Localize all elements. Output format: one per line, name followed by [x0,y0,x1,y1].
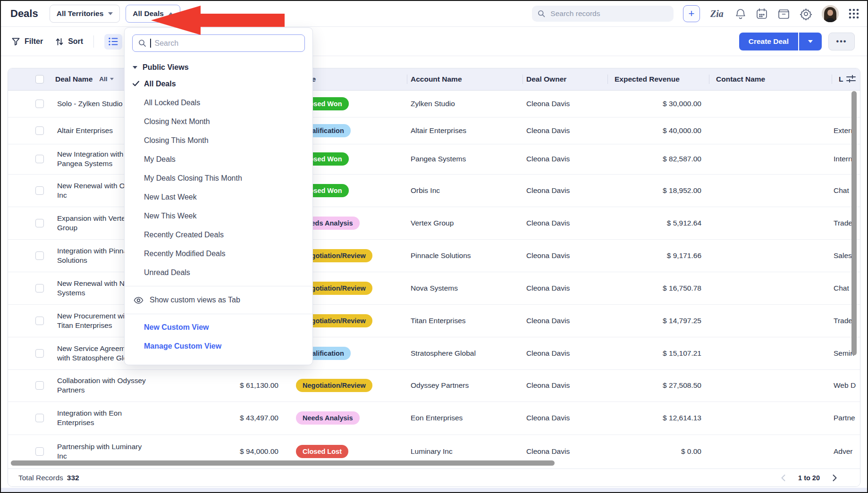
view-option-label: Recently Modified Deals [144,250,226,258]
more-options-button[interactable]: ••• [828,33,855,50]
view-option-label: Unread Deals [144,268,190,277]
row-checkbox[interactable] [35,155,44,163]
sort-button[interactable]: Sort [55,37,83,46]
table-row[interactable]: Integration with Eon Enterprises$ 43,497… [8,401,860,435]
view-option[interactable]: Recently Created Deals [125,226,312,244]
text-cursor [150,39,151,48]
contact-name-cell [709,304,832,337]
row-checkbox[interactable] [35,251,44,260]
create-deal-button[interactable]: Create Deal [739,33,798,50]
row-checkbox[interactable] [35,414,44,422]
search-icon [538,9,545,18]
select-all-checkbox[interactable] [35,75,44,84]
list-view-icon [108,36,119,47]
row-checkbox[interactable] [35,349,44,358]
view-option-label: New Last Week [144,193,197,201]
view-option[interactable]: Closing Next Month [125,112,312,131]
view-option[interactable]: All Locked Deals [125,93,312,112]
row-checkbox[interactable] [35,126,44,135]
deal-name-cell[interactable]: Collaboration with Odyssey Partners [55,369,164,401]
deal-owner-cell: Cleona Davis [522,239,607,272]
view-option[interactable]: My Deals [125,150,312,169]
row-checkbox[interactable] [35,219,44,227]
account-name-cell: Zylken Studio [407,90,522,117]
table-row[interactable]: Partnership with Luminary Inc$ 94,000.00… [8,435,860,462]
view-option[interactable]: New This Week [125,207,312,226]
show-custom-views-toggle[interactable]: Show custom views as Tab [125,290,312,310]
account-name-cell: Vertex Group [407,207,522,239]
contact-name-header: Contact Name [709,68,832,90]
row-checkbox[interactable] [35,186,44,195]
account-name-cell: Pinnacle Solutions [407,239,522,272]
zia-icon[interactable]: Zia [709,8,725,20]
deal-owner-cell: Cleona Davis [522,435,607,462]
manage-custom-view-link[interactable]: Manage Custom View [125,337,312,356]
stage-badge: Needs Analysis [296,411,360,425]
amount-cell: $ 61,130.00 [164,369,283,401]
public-views-section-header[interactable]: Public Views [125,52,312,75]
account-name-cell: Altair Enterprises [407,117,522,144]
deal-owner-cell: Cleona Davis [522,272,607,304]
new-custom-view-link[interactable]: New Custom View [125,318,312,337]
row-checkbox[interactable] [35,381,44,390]
expected-revenue-header: Expected Revenue [607,68,709,90]
apps-grid-icon[interactable] [848,8,860,19]
row-checkbox[interactable] [35,317,44,325]
account-name-cell: Pangea Systems [407,144,522,174]
table-row[interactable]: Collaboration with Odyssey Partners$ 61,… [8,369,860,401]
row-checkbox[interactable] [35,284,44,292]
horizontal-scrollbar-thumb[interactable] [11,460,555,466]
vertical-scrollbar-thumb[interactable] [851,91,857,355]
topbar-actions: + Zia [532,5,860,22]
notifications-bell-icon[interactable] [735,8,746,20]
account-name-cell: Stratosphere Global [407,337,522,369]
search-input[interactable] [549,9,668,18]
view-option[interactable]: Unread Deals [125,263,312,282]
stage-badge: Negotiation/Review [296,379,372,392]
list-view-toggle[interactable] [104,34,122,50]
create-deal-dropdown-button[interactable] [799,33,822,50]
view-search-input[interactable]: Search [132,34,305,52]
view-option-label: New This Week [144,212,196,220]
filter-button[interactable]: Filter [11,37,43,46]
view-option[interactable]: Closing This Month [125,131,312,150]
account-name-cell: Nova Systems [407,272,522,304]
view-option-label: All Deals [144,80,176,88]
deal-name-filter[interactable]: All [99,75,113,83]
row-checkbox[interactable] [35,447,44,456]
view-option-label: All Locked Deals [144,99,200,107]
marketplace-icon[interactable] [777,8,790,20]
row-checkbox[interactable] [35,100,44,108]
next-page-icon[interactable] [832,474,837,482]
user-avatar[interactable] [822,5,839,22]
view-option[interactable]: All Deals [125,75,312,93]
total-records-value: 332 [67,474,79,482]
previous-page-icon[interactable] [781,474,786,482]
pagination: 1 to 20 [781,474,837,482]
app-window: Deals All Territories All Deals + Zia [0,0,868,493]
chevron-down-icon [110,78,114,80]
expected-revenue-cell: $ 30,000.00 [607,90,709,117]
amount-cell: $ 43,497.00 [164,401,283,435]
lead-source-cell: Adver [832,435,860,462]
chevron-down-icon [108,12,113,15]
expected-revenue-cell: $ 5,912.64 [607,207,709,239]
settings-gear-icon[interactable] [800,8,812,20]
view-option-label: My Deals [144,155,176,164]
view-option[interactable]: Recently Modified Deals [125,244,312,263]
calendar-icon[interactable] [756,8,768,20]
chevron-down-icon [808,40,813,43]
create-deal-split-button: Create Deal [739,33,822,50]
territory-dropdown-button[interactable]: All Territories [50,5,120,23]
deal-name-cell[interactable]: Integration with Eon Enterprises [55,401,164,435]
view-option[interactable]: New Last Week [125,188,312,207]
expected-revenue-cell: $ 9,171.66 [607,239,709,272]
quick-create-button[interactable]: + [683,5,700,22]
search-icon [138,39,146,47]
deal-owner-cell: Cleona Davis [522,144,607,174]
view-option[interactable]: My Deals Closing This Month [125,169,312,188]
global-search[interactable] [532,6,674,22]
column-customize-icon[interactable] [846,74,856,85]
view-dropdown-panel: Search Public Views All DealsAll Locked … [124,27,313,365]
deal-name-cell[interactable]: Partnership with Luminary Inc [55,435,164,462]
